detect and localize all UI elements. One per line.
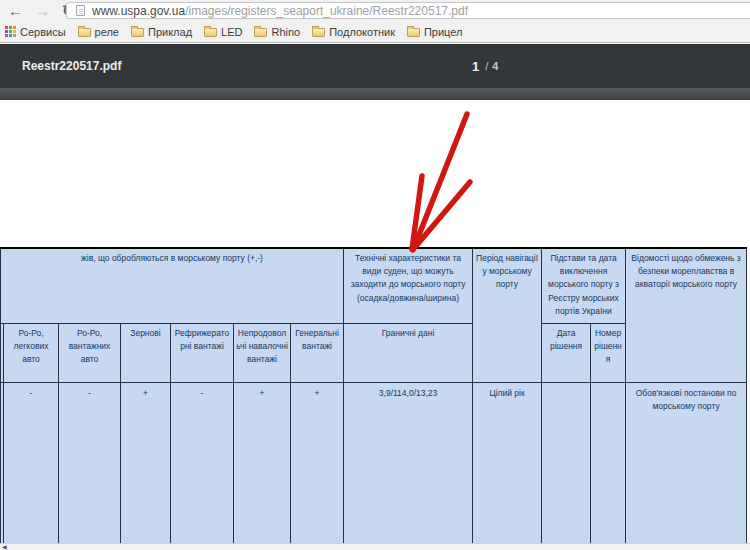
cell-restrictions: Обов'язкові постанови по морському порту: [626, 382, 747, 543]
cell-bulk: +: [234, 382, 291, 543]
cell-limits: 3,9/114,0/13,23: [344, 382, 473, 543]
document-icon: [76, 5, 85, 16]
bookmark-folder-led[interactable]: LED: [204, 26, 242, 38]
cell-grain: +: [121, 382, 171, 543]
apps-grid-icon: [5, 26, 16, 37]
header-decision-date: Дата рішення: [542, 323, 591, 382]
bookmark-services[interactable]: Сервисы: [5, 26, 66, 38]
header-navigation-period: Період навігації у морському порту: [473, 248, 542, 382]
browser-toolbar: ← → ↻ www.uspa.gov.ua/images/registers_s…: [0, 0, 750, 21]
url-text: www.uspa.gov.ua/images/registers_seaport…: [92, 4, 468, 18]
bookmark-label: Приклад: [148, 26, 192, 38]
folder-icon: [131, 28, 144, 37]
bookmark-label: Rhino: [271, 26, 300, 38]
page-separator: /: [485, 60, 488, 72]
pdf-toolbar: Reestr220517.pdf 1 / 4: [0, 44, 750, 88]
folder-icon: [254, 28, 267, 37]
header-general: Генеральні вантажі: [291, 323, 344, 382]
bookmark-folder-pryklad[interactable]: Приклад: [131, 26, 192, 38]
folder-icon: [204, 28, 217, 37]
bookmarks-bar: Сервисы реле Приклад LED Rhino Подлокотн…: [0, 21, 750, 42]
back-icon[interactable]: ←: [4, 2, 27, 20]
header-roro-cars: Ро-Ро, легкових авто: [4, 323, 59, 382]
bookmark-label: Прицел: [424, 26, 463, 38]
header-exclusion: Підстави та дата виключення морського по…: [542, 248, 626, 323]
horizontal-scrollbar[interactable]: ◀: [0, 543, 750, 550]
address-bar[interactable]: www.uspa.gov.ua/images/registers_seaport…: [66, 2, 750, 19]
bookmark-label: реле: [95, 26, 119, 38]
bookmark-label: Сервисы: [20, 26, 66, 38]
cell-roro-trucks: -: [59, 382, 121, 543]
header-reefer: Рефрижераторні вантажі: [171, 323, 234, 382]
forward-icon[interactable]: →: [31, 2, 54, 20]
pdf-background-band: [0, 88, 750, 100]
header-restrictions: Відомості щодо обмежень з безпеки морепл…: [626, 248, 747, 382]
folder-icon: [407, 28, 420, 37]
cell-navigation-period: Цілий рік: [473, 382, 542, 543]
header-cargo-group: жів, що обробляються в морському порту (…: [1, 248, 344, 323]
cell-decision-date: [542, 382, 591, 543]
header-roro-trucks: Ро-Ро, вантажних авто: [59, 323, 121, 382]
bookmark-folder-pritsel[interactable]: Прицел: [407, 26, 463, 38]
url-domain: www.uspa.gov.ua: [92, 4, 185, 18]
bookmark-folder-rhino[interactable]: Rhino: [254, 26, 300, 38]
register-table: жів, що обробляються в морському порту (…: [0, 247, 747, 543]
cell-reefer: -: [171, 382, 234, 543]
header-tech-specs: Технічні характеристики та види суден, щ…: [344, 248, 473, 323]
header-decision-number: Номер рішення: [591, 323, 626, 382]
page-total: 4: [492, 60, 498, 72]
page-indicator: 1 / 4: [472, 44, 498, 88]
pdf-filename: Reestr220517.pdf: [22, 59, 121, 73]
scroll-left-icon[interactable]: ◀: [2, 543, 7, 550]
cell-general: +: [291, 382, 344, 543]
header-grain: Зернові: [121, 323, 171, 382]
cell-decision-number: [591, 382, 626, 543]
url-path: /images/registers_seaport_ukraine/Reestr…: [185, 4, 468, 18]
folder-icon: [78, 28, 91, 37]
bookmark-label: LED: [221, 26, 242, 38]
header-limits: Граничні дані: [344, 323, 473, 382]
cell-roro-cars: -: [4, 382, 59, 543]
page-current: 1: [472, 59, 479, 74]
bookmark-folder-rele[interactable]: реле: [78, 26, 119, 38]
bookmark-folder-podlokotnik[interactable]: Подлокотник: [312, 26, 395, 38]
folder-icon: [312, 28, 325, 37]
bookmark-label: Подлокотник: [329, 26, 395, 38]
browser-chrome: ← → ↻ www.uspa.gov.ua/images/registers_s…: [0, 0, 750, 43]
header-bulk: Непродовольчі навалочні вантажі: [234, 323, 291, 382]
